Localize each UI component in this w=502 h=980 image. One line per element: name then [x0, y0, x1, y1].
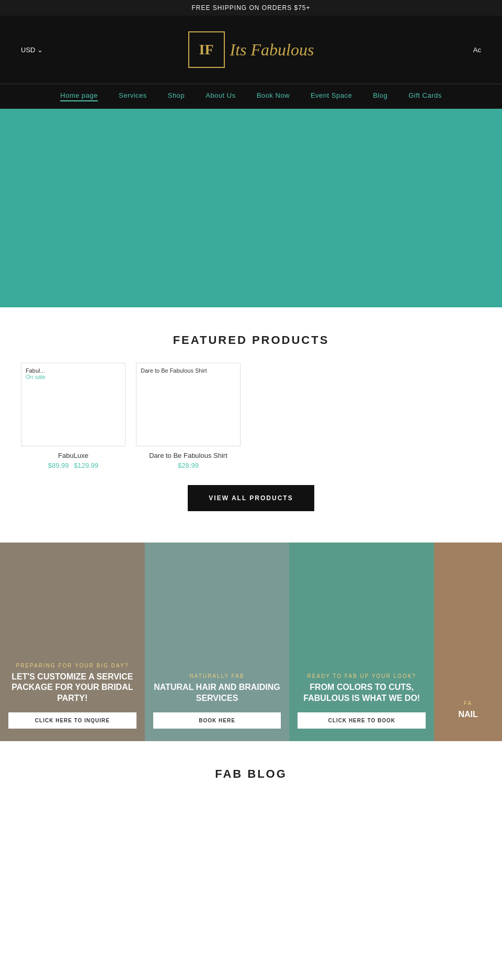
account-label: Ac — [473, 46, 481, 54]
featured-title: FEATURED PRODUCTS — [21, 333, 481, 347]
logo-box: IF — [188, 31, 225, 68]
product-price-original: $129.99 — [74, 462, 98, 469]
product-card-shirt[interactable]: Dare to Be Fabulous Shirt Dare to Be Fab… — [136, 363, 241, 469]
account-link[interactable]: Ac — [473, 46, 481, 54]
service-title-2: NATURAL HAIR AND BRAIDING SERVICES — [153, 682, 281, 704]
logo-script: Its Fabulous — [230, 40, 314, 60]
header: USD ⌄ IF Its Fabulous Ac — [0, 16, 502, 84]
service-title-4: NAIL — [458, 709, 477, 720]
service-card-bridal: PREPARING FOR YOUR BIG DAY? LET'S CUSTOM… — [0, 543, 145, 741]
hero-banner — [0, 109, 502, 307]
service-card-colors-cuts: READY TO FAB UP YOUR LOOK? FROM COLORS T… — [289, 543, 434, 741]
nav-eventspace[interactable]: Event Space — [311, 91, 352, 101]
service-subtitle-2: NATURALLY FAB — [190, 673, 245, 679]
blog-section: FAB BLOG — [0, 741, 502, 807]
product-card-fabuluxe[interactable]: Fabul... On sale FabuLuxe $89.99 $129.99 — [21, 363, 126, 469]
service-subtitle-1: PREPARING FOR YOUR BIG DAY? — [16, 663, 129, 668]
nav-shop[interactable]: Shop — [168, 91, 185, 101]
service-title-3: FROM COLORS TO CUTS, FABULOUS IS WHAT WE… — [298, 682, 426, 704]
blog-title: FAB BLOG — [21, 767, 481, 781]
products-grid: Fabul... On sale FabuLuxe $89.99 $129.99… — [21, 363, 481, 469]
book-here-button[interactable]: BOOK HERE — [153, 712, 281, 729]
product-label-2: Dare to Be Fabulous Shirt — [141, 367, 207, 374]
service-card-nails: FA NAIL — [434, 543, 502, 741]
product-name-2: Dare to Be Fabulous Shirt — [136, 452, 241, 459]
nav-giftcards[interactable]: Gift Cards — [408, 91, 442, 101]
view-all-container: VIEW ALL PRODUCTS — [21, 485, 481, 511]
currency-selector[interactable]: USD ⌄ — [21, 46, 43, 54]
logo-monogram: IF — [199, 41, 214, 58]
product-image-1: Fabul... On sale — [21, 363, 126, 446]
view-all-button[interactable]: VIEW ALL PRODUCTS — [188, 485, 314, 511]
service-subtitle-4: FA — [464, 700, 472, 706]
product-price-2: $28.99 — [136, 462, 241, 469]
book-button[interactable]: CLICK HERE TO BOOK — [298, 712, 426, 729]
top-banner: FREE SHIPPING ON ORDERS $75+ — [0, 0, 502, 16]
product-price-1: $89.99 $129.99 — [21, 462, 126, 469]
service-title-1: LET'S CUSTOMIZE A SERVICE PACKAGE FOR YO… — [8, 672, 136, 704]
nav-services[interactable]: Services — [119, 91, 147, 101]
services-strip: PREPARING FOR YOUR BIG DAY? LET'S CUSTOM… — [0, 543, 502, 741]
nav-homepage[interactable]: Home page — [60, 91, 98, 101]
logo[interactable]: IF Its Fabulous — [188, 31, 314, 68]
product-price-sale: $89.99 — [48, 462, 69, 469]
service-card-natural-hair: NATURALLY FAB NATURAL HAIR AND BRAIDING … — [145, 543, 290, 741]
product-image-2: Dare to Be Fabulous Shirt — [136, 363, 241, 446]
nav-about[interactable]: About Us — [206, 91, 235, 101]
currency-label: USD — [21, 46, 35, 54]
product-name-1: FabuLuxe — [21, 452, 126, 459]
product-label-1: Fabul... — [26, 367, 45, 374]
main-nav: Home page Services Shop About Us Book No… — [0, 84, 502, 109]
nav-blog[interactable]: Blog — [373, 91, 387, 101]
nav-booknow[interactable]: Book Now — [257, 91, 290, 101]
on-sale-badge: On sale — [26, 374, 45, 380]
featured-products-section: FEATURED PRODUCTS Fabul... On sale FabuL… — [0, 307, 502, 543]
inquire-button[interactable]: CLICK HERE TO INQUIRE — [8, 712, 136, 729]
service-subtitle-3: READY TO FAB UP YOUR LOOK? — [307, 673, 416, 679]
banner-text: FREE SHIPPING ON ORDERS $75+ — [191, 4, 310, 11]
